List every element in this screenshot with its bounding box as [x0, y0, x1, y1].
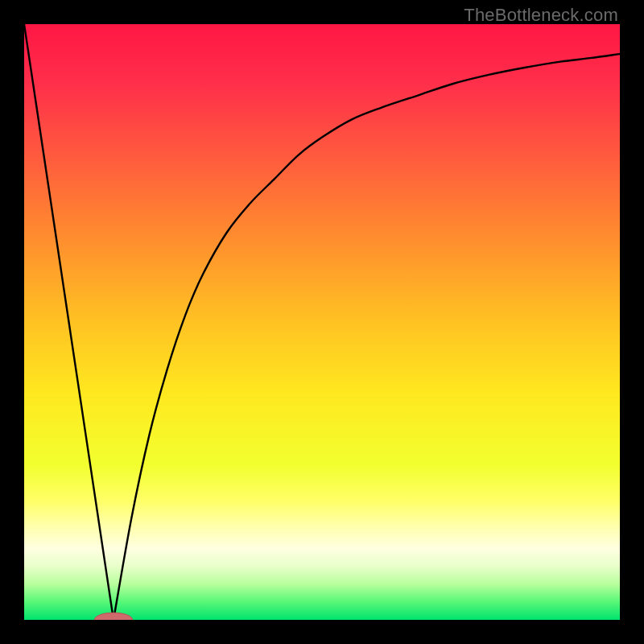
- gradient-background: [24, 24, 620, 620]
- chart-svg: [24, 24, 620, 620]
- chart-area: [24, 24, 620, 620]
- outer-frame: TheBottleneck.com: [0, 0, 644, 644]
- watermark-text: TheBottleneck.com: [464, 5, 618, 26]
